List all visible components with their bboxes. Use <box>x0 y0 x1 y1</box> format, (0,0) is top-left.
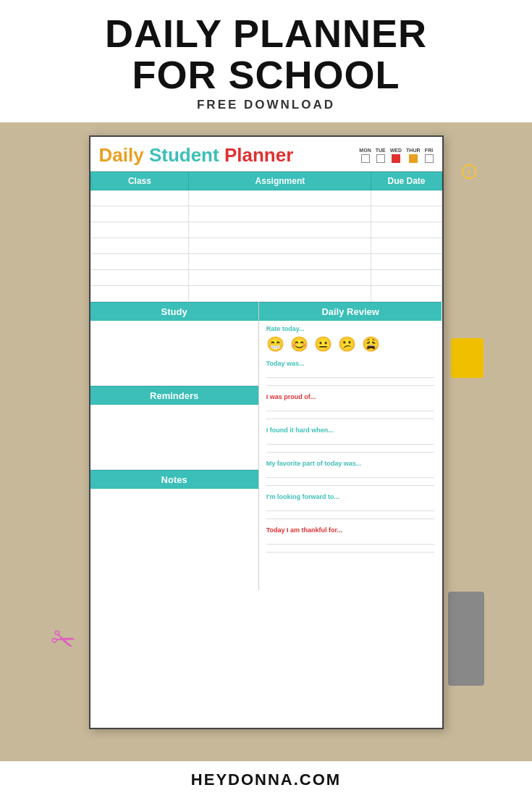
header-subtitle: FREE DOWNLOAD <box>14 98 518 112</box>
checkbox-wed[interactable] <box>392 154 400 163</box>
day-tue: TUE <box>376 148 386 163</box>
line-9 <box>266 511 435 511</box>
checkbox-fri[interactable] <box>425 154 434 163</box>
emoji-5: 😩 <box>362 335 380 353</box>
col-header-class: Class <box>90 172 189 190</box>
reminders-content[interactable] <box>90 405 258 470</box>
table-row <box>90 238 442 254</box>
planner-wrapper: ⊙ ✂ Daily Student Planner MON <box>89 135 444 729</box>
line-5 <box>266 444 435 445</box>
table-row <box>90 286 442 302</box>
sharpener-decoration <box>451 338 484 378</box>
prompt-proud: I was proud of... <box>266 393 435 400</box>
study-content[interactable] <box>90 321 258 386</box>
footer-website: HEYDONNA.COM <box>9 770 523 789</box>
right-column: Daily Review Rate today... 😁 😊 😐 😕 😩 Tod… <box>259 302 442 590</box>
line-2 <box>266 385 435 386</box>
line-12 <box>266 552 435 553</box>
col-header-assignment: Assignment <box>189 172 371 190</box>
day-fri: FRI <box>425 148 434 163</box>
left-column: Study Reminders Notes <box>90 302 259 590</box>
title-line2: FOR SCHOOL <box>14 54 518 96</box>
day-mon: MON <box>359 148 371 163</box>
bottom-layout: Study Reminders Notes Daily Review Rate <box>90 302 442 590</box>
calculator-decoration <box>448 592 484 686</box>
planner-title: Daily Student Planner <box>99 144 294 167</box>
col-header-due: Due Date <box>371 172 442 190</box>
emoji-3: 😐 <box>314 335 332 353</box>
prompt-favorite: My favorite part of today was... <box>266 460 435 467</box>
line-4 <box>266 419 435 419</box>
planner-title-row: Daily Student Planner MON TUE <box>90 137 442 172</box>
study-header: Study <box>90 302 258 321</box>
title-planner: Planner <box>224 144 293 166</box>
page-header: DAILY PLANNER FOR SCHOOL FREE DOWNLOAD <box>0 0 532 122</box>
line-11 <box>266 544 435 545</box>
table-row <box>90 270 442 286</box>
line-6 <box>266 452 435 453</box>
wood-background: ⊙ ✂ Daily Student Planner MON <box>0 122 532 761</box>
days-row: MON TUE WED THUR <box>359 148 433 163</box>
prompt-today-was: Today was... <box>266 360 435 367</box>
scissors-decoration: ✂ <box>46 621 81 660</box>
notes-header: Notes <box>90 470 258 489</box>
prompt-thankful: Today I am thankful for... <box>266 526 435 534</box>
line-8 <box>266 485 435 486</box>
line-10 <box>266 518 435 519</box>
emoji-4: 😕 <box>338 335 356 353</box>
prompt-hard: I found it hard when... <box>266 427 435 434</box>
paperclip-decoration: ⊙ <box>455 155 482 188</box>
table-row <box>90 222 442 238</box>
title-line1: DAILY PLANNER <box>14 13 518 54</box>
emoji-row: 😁 😊 😐 😕 😩 <box>266 335 435 353</box>
title-daily: Daily <box>99 144 144 166</box>
planner-card: Daily Student Planner MON TUE <box>89 135 444 729</box>
main-title: DAILY PLANNER FOR SCHOOL <box>14 13 518 95</box>
reminders-header: Reminders <box>90 386 258 405</box>
rate-label: Rate today... <box>266 325 435 332</box>
emoji-2: 😊 <box>290 335 308 353</box>
assignment-table: Class Assignment Due Date <box>90 172 442 302</box>
checkbox-mon[interactable] <box>361 154 370 163</box>
table-row <box>90 206 442 222</box>
day-thu: THUR <box>406 148 420 163</box>
page-footer: HEYDONNA.COM <box>0 761 532 798</box>
daily-review-header: Daily Review <box>259 302 442 321</box>
checkbox-thu[interactable] <box>409 154 418 163</box>
title-student: Student <box>149 144 219 166</box>
line-7 <box>266 477 435 478</box>
daily-review-content: Rate today... 😁 😊 😐 😕 😩 Today was... I w… <box>259 321 442 564</box>
line-1 <box>266 377 435 378</box>
emoji-1: 😁 <box>266 335 284 353</box>
table-row <box>90 254 442 270</box>
checkbox-tue[interactable] <box>376 154 385 163</box>
table-row <box>90 190 442 206</box>
day-wed: WED <box>390 148 402 163</box>
line-3 <box>266 411 435 411</box>
prompt-forward: I'm looking forward to... <box>266 493 435 500</box>
notes-content[interactable] <box>90 489 258 590</box>
